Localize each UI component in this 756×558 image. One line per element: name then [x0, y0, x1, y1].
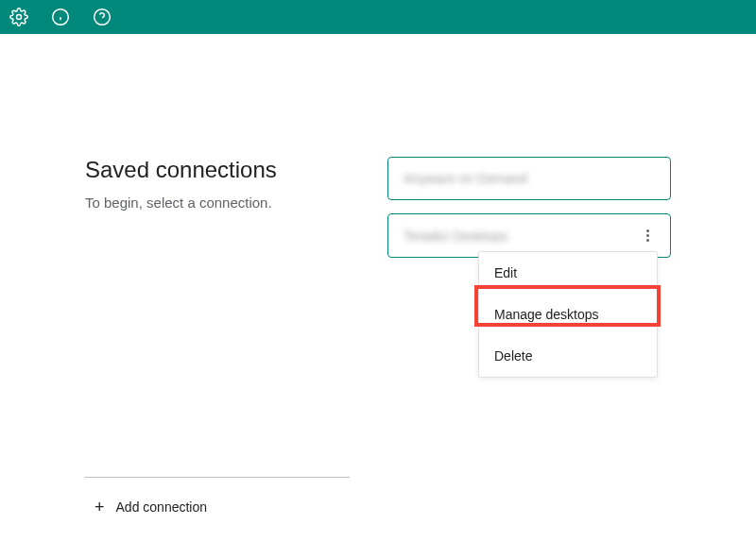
- add-connection-button[interactable]: + Add connection: [85, 499, 350, 516]
- kebab-icon[interactable]: [641, 228, 655, 244]
- connection-label: Anyware on Demand: [404, 171, 527, 186]
- connection-label: Teradici Desktops: [404, 228, 508, 244]
- svg-point-0: [17, 15, 22, 20]
- plus-icon: +: [94, 499, 105, 516]
- footer-bar: + Add connection: [85, 477, 350, 516]
- svg-point-4: [94, 9, 111, 25]
- top-toolbar: [0, 0, 756, 34]
- connections-pane: Anyware on Demand Teradici Desktops Edit…: [387, 157, 671, 558]
- connection-item[interactable]: Anyware on Demand: [387, 157, 671, 200]
- page-subtitle: To begin, select a connection.: [85, 194, 350, 211]
- info-icon[interactable]: [49, 6, 72, 28]
- menu-item-manage-desktops[interactable]: Manage desktops: [479, 294, 657, 335]
- add-connection-label: Add connection: [116, 499, 208, 515]
- menu-item-delete[interactable]: Delete: [479, 335, 657, 377]
- context-menu: Edit Manage desktops Delete: [478, 251, 658, 378]
- help-icon[interactable]: [91, 6, 113, 28]
- gear-icon[interactable]: [8, 6, 30, 28]
- page-title: Saved connections: [85, 157, 350, 183]
- menu-item-edit[interactable]: Edit: [479, 252, 657, 294]
